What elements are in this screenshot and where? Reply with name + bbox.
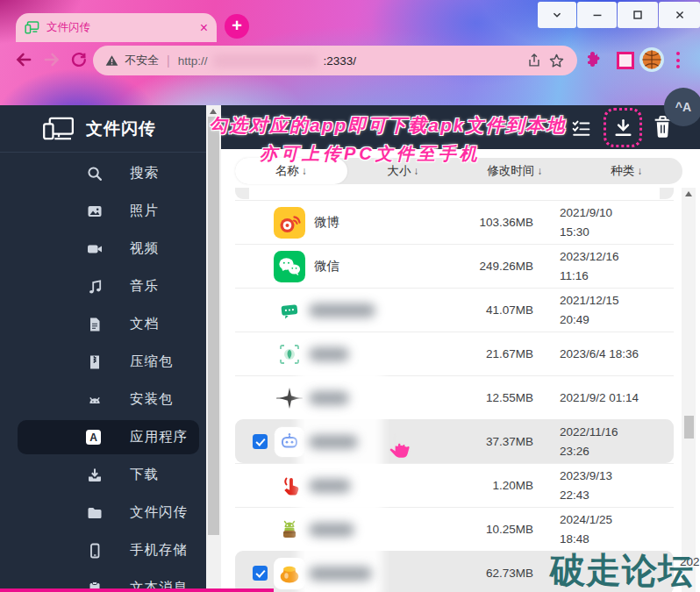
file-size: 37.37MB (453, 420, 533, 463)
profile-avatar[interactable] (639, 47, 664, 72)
redacted-file-name (309, 391, 349, 405)
table-row[interactable]: 10.25MB 2024/1/25 18:48 (235, 507, 674, 551)
file-size: 21.67MB (453, 332, 533, 375)
sidebar-item-videos[interactable]: 视频 (0, 230, 206, 267)
video-icon (86, 240, 105, 258)
file-date: 2021/9/10 15:30 (560, 201, 668, 244)
sidebar-item-documents[interactable]: 文档 (0, 305, 206, 343)
forward-button[interactable] (42, 50, 61, 69)
sidebar-item-search[interactable]: 搜索 (0, 154, 206, 192)
photo-icon (86, 203, 105, 220)
sort-arrow-icon: ↓ (537, 165, 542, 177)
file-size: 249.26MB (453, 245, 533, 288)
search-icon (86, 165, 105, 182)
sidebar-item-label: 应用程序 (130, 428, 188, 446)
insecure-warning-icon (105, 54, 118, 67)
scrollbar-thumb[interactable] (684, 416, 694, 439)
table-row[interactable]: 1.20MB 2023/9/13 22:43 (235, 463, 674, 507)
profile-chevron-button[interactable] (538, 2, 576, 28)
document-icon (86, 316, 105, 333)
table-row[interactable]: 37.37MB 2022/11/16 23:26 (235, 419, 674, 463)
sidebar-panel-icon[interactable] (617, 52, 634, 69)
file-date: 2023/12/16 11:16 (560, 245, 668, 288)
redacted-file-name (309, 303, 375, 317)
text-size-fab[interactable]: ^A (664, 88, 700, 126)
sidebar-item-apps[interactable]: A 应用程序 (0, 418, 206, 456)
annotation-underline (0, 588, 274, 592)
file-date: 2023/6/4 18:36 (560, 332, 668, 375)
sidebar-scrollbar[interactable] (206, 105, 221, 592)
android-app-icon (274, 514, 305, 546)
table-row[interactable]: 41.07MB 2021/12/15 20:49 (235, 288, 674, 332)
file-date: 2021/12/15 20:49 (560, 289, 668, 332)
chat-app-icon (274, 295, 305, 326)
page-content: 文件闪传 搜索 照片 视频 音乐 文档 压缩包 安装包 A 应用程序 下载 (0, 105, 700, 592)
download-selected-button[interactable] (604, 108, 642, 147)
partial-row-corner (660, 188, 674, 199)
maximize-button[interactable] (618, 2, 658, 28)
android-icon (86, 391, 105, 409)
column-header[interactable]: 种类↓ (571, 158, 683, 184)
table-row[interactable]: 21.67MB 2023/6/4 18:36 (235, 332, 674, 375)
browser-menu-icon[interactable] (676, 52, 680, 68)
sidebar-item-phone-storage[interactable]: 手机存储 (0, 531, 206, 569)
file-size: 62.73MB (453, 552, 533, 592)
redacted-url-host (213, 54, 317, 68)
redacted-file-name (309, 347, 349, 361)
file-name: 微信 (314, 245, 339, 288)
table-scrollbar[interactable] (682, 188, 696, 592)
file-date: 2024/1/25 18:48 (560, 508, 668, 551)
extensions-puzzle-icon[interactable] (584, 50, 602, 68)
hand-cursor-annotation (382, 432, 412, 463)
file-date: 2022/11/16 23:26 (560, 420, 668, 463)
sidebar-divider (0, 152, 206, 153)
sidebar-item-archives[interactable]: 压缩包 (0, 343, 206, 381)
scroll-up-arrow-icon[interactable] (685, 191, 692, 196)
sort-arrow-icon: ↓ (413, 165, 418, 177)
sidebar-item-label: 音乐 (130, 277, 159, 296)
reload-button[interactable] (69, 50, 88, 68)
file-name: 微博 (314, 201, 339, 244)
multiselect-list-icon[interactable] (570, 117, 592, 139)
scrollbar-thumb[interactable] (208, 117, 219, 535)
url-port: :2333/ (323, 54, 356, 68)
apps-icon: A (86, 429, 105, 446)
bookmark-star-icon[interactable] (548, 53, 565, 69)
redacted-file-name (309, 479, 351, 493)
table-row[interactable]: 12.55MB 2021/9/2 01:14 (235, 375, 674, 419)
address-bar[interactable]: 不安全 | http:// :2333/ (93, 46, 577, 75)
table-row[interactable]: 微博 103.36MB 2021/9/10 15:30 (235, 200, 674, 244)
site-favicon-icon (25, 21, 39, 34)
zip-icon (86, 353, 105, 371)
sidebar-item-downloads[interactable]: 下载 (0, 456, 206, 494)
sidebar-item-label: 搜索 (130, 164, 159, 182)
scan-app-icon (274, 339, 305, 370)
url-scheme: http:// (178, 54, 208, 68)
sidebar-item-music[interactable]: 音乐 (0, 267, 206, 305)
sidebar-item-installers[interactable]: 安装包 (0, 381, 206, 418)
minimize-button[interactable] (577, 2, 617, 28)
row-checkbox[interactable] (253, 566, 268, 581)
partial-row-corner (235, 188, 249, 199)
tab-close-icon[interactable]: × (200, 21, 208, 35)
file-size: 1.20MB (453, 464, 533, 507)
file-size: 12.55MB (453, 376, 533, 419)
sidebar-item-label: 文件闪传 (130, 503, 188, 522)
browser-tab[interactable]: 文件闪传 × (16, 13, 217, 42)
sidebar-item-file-transfer[interactable]: 文件闪传 (0, 494, 206, 531)
address-divider: | (167, 53, 170, 68)
close-window-button[interactable] (659, 2, 700, 28)
weibo-app-icon (274, 207, 305, 239)
sidebar-item-label: 下载 (130, 466, 159, 484)
back-button[interactable] (14, 50, 33, 69)
sidebar-nav: 搜索 照片 视频 音乐 文档 压缩包 安装包 A 应用程序 下载 文件闪传 手机… (0, 154, 206, 592)
sidebar-item-photos[interactable]: 照片 (0, 192, 206, 230)
table-row[interactable]: 微信 249.26MB 2023/12/16 11:16 (235, 244, 674, 288)
phone-icon (86, 542, 105, 560)
new-tab-button[interactable]: + (225, 14, 249, 39)
file-size: 103.36MB (453, 201, 533, 244)
sidebar-item-label: 视频 (130, 239, 159, 258)
row-checkbox[interactable] (253, 434, 268, 449)
file-size: 41.07MB (453, 289, 533, 332)
share-icon[interactable] (526, 53, 542, 68)
